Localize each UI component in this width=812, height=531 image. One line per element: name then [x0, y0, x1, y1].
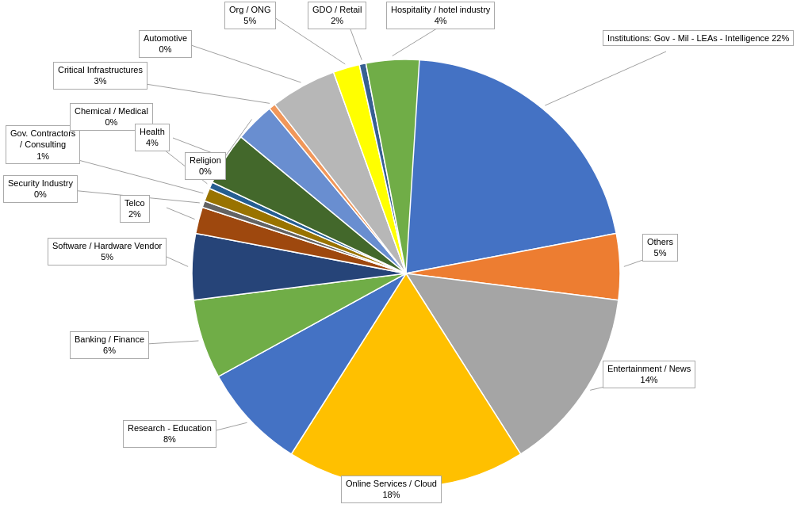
label-entertainment: Entertainment / News14% — [603, 361, 695, 388]
svg-line-7 — [167, 208, 195, 220]
svg-line-14 — [186, 44, 301, 82]
label-org: Org / ONG5% — [224, 2, 276, 29]
label-gov-contractors: Gov. Contractors/ Consulting1% — [6, 125, 80, 164]
label-research: Research - Education8% — [123, 420, 216, 448]
label-religion: Religion0% — [185, 152, 226, 180]
svg-line-0 — [545, 52, 666, 105]
chart-container: Institutions: Gov - Mil - LEAs - Intelli… — [0, 0, 812, 531]
label-others: Others5% — [642, 234, 678, 262]
label-telco: Telco2% — [120, 195, 150, 223]
label-automotive: Automotive0% — [139, 30, 192, 58]
label-hospitality: Hospitality / hotel industry4% — [386, 2, 495, 29]
label-gdo: GDO / Retail2% — [308, 2, 366, 29]
label-software: Software / Hardware Vendor5% — [48, 238, 167, 266]
label-banking: Banking / Finance6% — [70, 331, 149, 359]
label-institutions: Institutions: Gov - Mil - LEAs - Intelli… — [603, 30, 794, 46]
label-online: Online Services / Cloud18% — [341, 476, 442, 503]
label-security: Security Industry0% — [3, 175, 78, 203]
label-health: Health4% — [135, 124, 170, 151]
label-critical: Critical Infrastructures3% — [53, 62, 147, 90]
